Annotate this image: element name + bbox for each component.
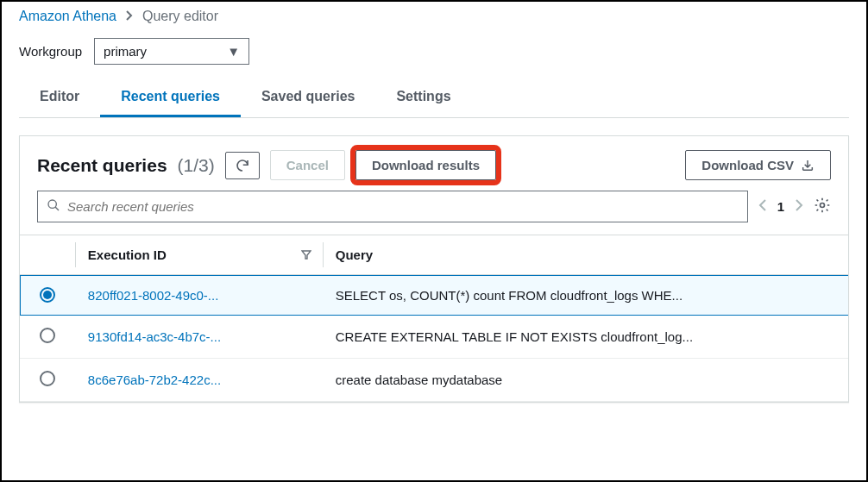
- chevron-right-icon: [125, 9, 134, 24]
- tab-editor[interactable]: Editor: [19, 78, 100, 117]
- workgroup-selected-value: primary: [104, 44, 147, 59]
- download-icon: [801, 159, 815, 172]
- tab-settings[interactable]: Settings: [375, 78, 471, 117]
- breadcrumb-current: Query editor: [142, 9, 218, 24]
- row-radio[interactable]: [40, 371, 55, 386]
- breadcrumb: Amazon Athena Query editor: [19, 9, 849, 24]
- recent-queries-panel: Recent queries (1/3) Cancel Download res…: [19, 135, 849, 403]
- column-query[interactable]: Query: [324, 235, 848, 275]
- download-results-button[interactable]: Download results: [355, 150, 496, 180]
- svg-point-0: [48, 200, 56, 208]
- query-cell: CREATE EXTERNAL TABLE IF NOT EXISTS clou…: [324, 316, 848, 359]
- svg-line-1: [55, 207, 59, 210]
- panel-count: (1/3): [178, 155, 215, 176]
- breadcrumb-root-link[interactable]: Amazon Athena: [19, 9, 116, 24]
- column-query-label: Query: [336, 247, 373, 262]
- tabs: Editor Recent queries Saved queries Sett…: [19, 78, 849, 118]
- table-row[interactable]: 9130fd14-ac3c-4b7c-... CREATE EXTERNAL T…: [20, 316, 848, 359]
- row-radio[interactable]: [40, 328, 55, 343]
- caret-down-icon: ▼: [227, 44, 240, 59]
- table-scroll-container[interactable]: Execution ID Query Start time: [20, 235, 848, 402]
- search-input-wrapper[interactable]: [37, 191, 748, 222]
- query-cell: create database mydatabase: [324, 359, 848, 402]
- table-row[interactable]: 8c6e76ab-72b2-422c... create database my…: [20, 359, 848, 402]
- row-radio[interactable]: [40, 287, 55, 303]
- settings-gear-button[interactable]: [814, 197, 831, 216]
- download-csv-label: Download CSV: [701, 158, 794, 172]
- execution-id-link[interactable]: 8c6e76ab-72b2-422c...: [88, 372, 221, 387]
- next-page-button[interactable]: [795, 199, 803, 214]
- prev-page-button[interactable]: [758, 199, 767, 214]
- workgroup-label: Workgroup: [19, 44, 82, 59]
- recent-queries-table: Execution ID Query Start time: [20, 235, 848, 402]
- cancel-button: Cancel: [270, 150, 345, 180]
- execution-id-link[interactable]: 9130fd14-ac3c-4b7c-...: [88, 329, 221, 344]
- column-select: [20, 235, 76, 275]
- tab-saved-queries[interactable]: Saved queries: [241, 78, 376, 117]
- refresh-icon: [235, 158, 250, 173]
- query-cell: SELECT os, COUNT(*) count FROM cloudfron…: [324, 275, 848, 316]
- table-row[interactable]: 820ff021-8002-49c0-... SELECT os, COUNT(…: [20, 275, 848, 316]
- download-csv-button[interactable]: Download CSV: [685, 150, 831, 180]
- tab-recent-queries[interactable]: Recent queries: [100, 78, 241, 117]
- search-icon: [47, 198, 60, 215]
- filter-icon[interactable]: [301, 247, 311, 262]
- workgroup-select[interactable]: primary ▼: [94, 38, 249, 65]
- execution-id-link[interactable]: 820ff021-8002-49c0-...: [88, 288, 219, 303]
- gear-icon: [814, 197, 831, 214]
- refresh-button[interactable]: [225, 152, 260, 179]
- page-number: 1: [777, 199, 784, 214]
- pagination: 1: [758, 199, 803, 214]
- column-execution-id-label: Execution ID: [88, 247, 167, 262]
- svg-point-2: [821, 203, 825, 208]
- search-input[interactable]: [67, 199, 739, 214]
- column-execution-id[interactable]: Execution ID: [76, 235, 324, 275]
- panel-title: Recent queries: [37, 155, 167, 176]
